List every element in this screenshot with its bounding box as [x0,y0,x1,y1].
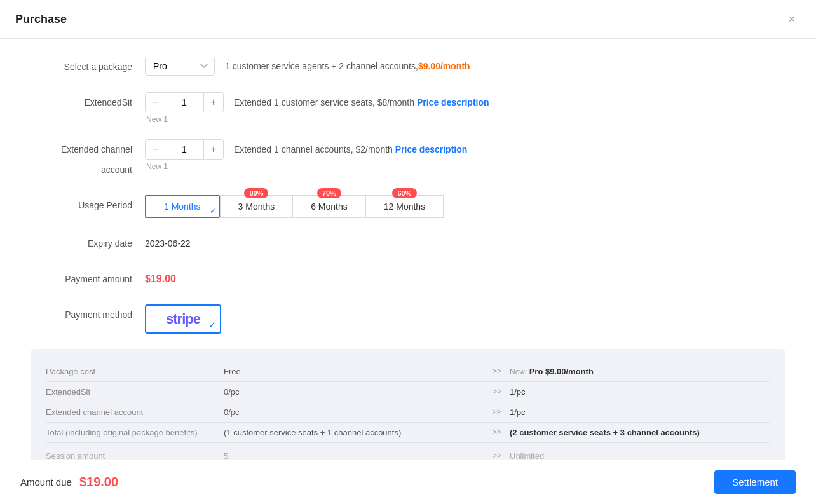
discount-badge-3month: 80% [244,188,268,198]
period-1month-label: 1 Months [164,201,201,212]
stripe-button[interactable]: stripe ✓ [145,304,221,334]
expiry-label: Expiry date [31,233,145,254]
summary-arrow-sit: >> [484,387,510,396]
extended-sit-content: − + Extended 1 customer service seats, $… [145,92,489,124]
summary-new-label-package: New: [510,367,529,376]
close-button[interactable]: × [783,10,801,28]
summary-row-channel: Extended channel account 0/pc >> 1/pc [46,402,770,423]
summary-to-channel: 1/pc [510,407,770,417]
select-package-label: Select a package [31,57,145,77]
extended-channel-price-link[interactable]: Price description [395,144,468,154]
expiry-value: 2023-06-22 [145,233,191,254]
purchase-dialog: Purchase × Select a package Pro Basic En… [0,0,816,504]
summary-label-channel: Extended channel account [46,407,224,417]
period-btn-3month[interactable]: 80% 3 Months [220,195,293,218]
summary-from-total: (1 customer service seats + 1 channel ac… [224,428,484,437]
extended-channel-decrement[interactable]: − [145,139,165,160]
summary-label-sit: ExtendedSit [46,387,224,397]
summary-arrow-channel: >> [484,407,510,416]
payment-method-label: Payment method [31,304,145,325]
summary-label-total: Total (including original package benefi… [46,428,224,437]
settlement-button[interactable]: Settlement [714,470,796,494]
discount-badge-12month: 60% [392,188,416,198]
payment-amount-value: $19.00 [145,269,176,289]
discount-badge-6month: 70% [317,188,341,198]
period-btn-6month[interactable]: 70% 6 Months [292,195,365,218]
stripe-logo: stripe [166,311,200,327]
summary-to-value-total: (2 customer service seats + 3 channel ac… [510,428,700,437]
summary-arrow-session: >> [484,451,510,460]
extended-channel-stepper: − + [145,139,224,160]
package-price: $9.00/month [418,61,470,71]
usage-period-row: Usage Period 1 Months 80% 3 Months 70% 6… [31,195,785,218]
period-6month-label: 6 Months [311,201,348,212]
summary-row-total: Total (including original package benefi… [46,423,770,443]
dialog-footer: Amount due $19.00 Settlement [0,460,816,504]
summary-row-package: Package cost Free >> New: Pro $9.00/mont… [46,362,770,382]
expiry-row: Expiry date 2023-06-22 [31,233,785,254]
period-12month-label: 12 Months [384,201,425,212]
extended-sit-decrement[interactable]: − [145,92,165,112]
amount-due-wrap: Amount due $19.00 [20,475,118,489]
summary-label-package: Package cost [46,367,224,376]
payment-method-wrap: stripe ✓ [145,304,221,334]
summary-to-value-package: Pro $9.00/month [529,367,594,376]
period-btn-12month[interactable]: 60% 12 Months [365,195,444,218]
extended-channel-input[interactable] [165,139,203,160]
payment-method-row: Payment method stripe ✓ [31,304,785,334]
amount-due-value: $19.00 [79,475,118,489]
payment-amount-label: Payment amount [31,269,145,289]
extended-channel-description: Extended 1 channel accounts, $2/month Pr… [234,139,467,160]
extended-channel-row: Extended channel account − + Extended 1 … [31,139,785,180]
period-btn-1month[interactable]: 1 Months [145,195,220,218]
extended-channel-increment[interactable]: + [203,139,224,160]
extended-sit-description: Extended 1 customer service seats, $8/mo… [234,92,489,112]
summary-to-sit: 1/pc [510,387,770,397]
extended-sit-row: ExtendedSit − + Extended 1 customer serv… [31,92,785,124]
extended-sit-new-label: New 1 [145,115,168,124]
package-description: 1 customer service agents + 2 channel ac… [225,61,470,71]
extended-channel-new-label: New 1 [145,162,168,171]
summary-to-total: (2 customer service seats + 3 channel ac… [510,428,770,437]
usage-period-label: Usage Period [31,195,145,215]
period-buttons: 1 Months 80% 3 Months 70% 6 Months 60% 1… [145,195,444,218]
summary-from-channel: 0/pc [224,407,484,417]
extended-sit-price-link[interactable]: Price description [417,97,489,107]
extended-sit-stepper: − + [145,92,224,112]
summary-from-package: Free [224,367,484,376]
summary-arrow-package: >> [484,367,510,376]
extended-sit-stepper-row: − + Extended 1 customer service seats, $… [145,92,489,112]
extended-sit-input[interactable] [165,92,203,112]
stripe-check-icon: ✓ [208,320,216,330]
extended-sit-increment[interactable]: + [203,92,224,112]
select-package-row: Select a package Pro Basic Enterprise 1 … [31,57,785,77]
amount-due-label: Amount due [20,477,72,487]
summary-to-package: New: Pro $9.00/month [510,367,770,376]
payment-amount-row: Payment amount $19.00 [31,269,785,289]
period-3month-label: 3 Months [238,201,275,212]
dialog-body: Select a package Pro Basic Enterprise 1 … [0,39,816,504]
summary-arrow-total: >> [484,428,510,437]
dialog-title: Purchase [15,13,67,26]
extended-channel-stepper-row: − + Extended 1 channel accounts, $2/mont… [145,139,467,160]
package-select-wrap: Pro Basic Enterprise 1 customer service … [145,57,470,76]
dialog-header: Purchase × [0,0,816,39]
extended-channel-label: Extended channel account [31,139,145,180]
extended-sit-label: ExtendedSit [31,92,145,112]
summary-row-sit: ExtendedSit 0/pc >> 1/pc [46,382,770,402]
summary-from-sit: 0/pc [224,387,484,397]
package-select[interactable]: Pro Basic Enterprise [145,57,215,76]
extended-channel-content: − + Extended 1 channel accounts, $2/mont… [145,139,467,171]
